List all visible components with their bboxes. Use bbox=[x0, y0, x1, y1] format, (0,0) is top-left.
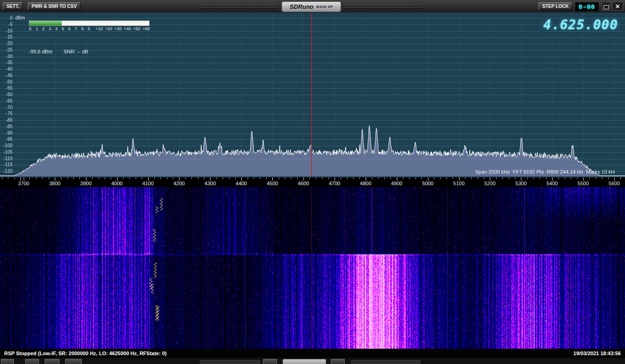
s-meter-scale: S123456789 +10+20+30+40+50+60 bbox=[29, 26, 150, 31]
pwr-snr-csv-button[interactable]: PWR & SNR TO CSV bbox=[28, 2, 80, 10]
s-meter-scale-label: +40 bbox=[124, 26, 131, 31]
frequency-axis: 3700380039004000410042004300440045004600… bbox=[0, 177, 625, 187]
window-fragment-tab bbox=[283, 359, 326, 364]
dbm-tick-label: -115 bbox=[0, 162, 13, 167]
frequency-tick-label: 3800 bbox=[49, 181, 60, 186]
s-meter-scale-label: 7 bbox=[75, 26, 77, 31]
s-meter-plus-labels: +10+20+30+40+50+60 bbox=[96, 26, 150, 31]
s-meter-s-labels: S123456789 bbox=[29, 26, 90, 31]
frequency-tick-label: 4500 bbox=[267, 181, 278, 186]
s-meter-scale-label: S bbox=[29, 26, 32, 31]
frequency-tick-label: 4600 bbox=[298, 181, 309, 186]
dbm-tick-label: -60 bbox=[0, 92, 13, 97]
s-meter-scale-label: 3 bbox=[49, 26, 51, 31]
window-fragment bbox=[1, 359, 14, 364]
s-meter-scale-label: 2 bbox=[42, 26, 45, 31]
frequency-tick-label: 4000 bbox=[111, 181, 122, 186]
window-fragment bbox=[331, 359, 345, 364]
partial-window-strip[interactable] bbox=[0, 358, 625, 364]
dbm-tick-label: -100 bbox=[0, 143, 13, 148]
dbm-tick-label: -90 bbox=[0, 130, 13, 136]
dbm-tick-label: -110 bbox=[0, 156, 13, 161]
dbm-tick-label: -50 bbox=[0, 79, 13, 84]
span-fft-rbw-info: Span 2000 kHz FFT 8192 Pts RBW 244,14 Hz… bbox=[475, 169, 615, 175]
s-meter-scale-label: 1 bbox=[36, 26, 38, 31]
frequency-tick-label: 5100 bbox=[453, 181, 464, 186]
dbm-tick-label: -45 bbox=[0, 73, 13, 78]
power-snr-readout: -99,6 dBm SNR: -- dB bbox=[29, 49, 88, 54]
s-meter-fill bbox=[29, 21, 62, 26]
dbm-tick-label: -20 bbox=[0, 41, 13, 46]
window-fragment-groove bbox=[351, 360, 421, 364]
panel-label-main-sp: MAIN SP bbox=[316, 5, 333, 9]
window-fragment-groove bbox=[200, 360, 260, 364]
dbm-tick-label: -120 bbox=[0, 169, 13, 174]
frequency-tick-label: 4400 bbox=[236, 181, 247, 186]
dbm-tick-label: -30 bbox=[0, 54, 13, 59]
frequency-tick-label: 4200 bbox=[173, 181, 184, 186]
titlebar[interactable]: SETT. PWR & SNR TO CSV SDRuno MAIN SP ST… bbox=[0, 0, 625, 13]
frequency-tick-label: 5300 bbox=[515, 181, 526, 186]
step-lock-button[interactable]: STEP LOCK bbox=[539, 2, 572, 10]
step-size-display[interactable]: 0-00 bbox=[575, 2, 599, 11]
s-meter-scale-label: +10 bbox=[96, 26, 103, 31]
titlebar-logo-tab: SDRuno MAIN SP bbox=[282, 1, 341, 12]
dbm-tick-label: -35 bbox=[0, 60, 13, 65]
dbm-tick-label: -80 bbox=[0, 117, 13, 123]
frequency-tick-label: 4900 bbox=[391, 181, 402, 186]
s-meter-scale-label: +20 bbox=[105, 26, 112, 31]
s-meter-scale-label: +60 bbox=[143, 26, 150, 31]
frequency-tick-label: 3700 bbox=[18, 181, 29, 186]
dbm-tick-label: -75 bbox=[0, 111, 13, 116]
dbm-tick-label: -10 bbox=[0, 28, 13, 33]
dbm-tick-label: -40 bbox=[0, 66, 13, 72]
dbm-tick-label: -15 bbox=[0, 34, 13, 39]
datetime-display: 19/03/2021 18:43:56 bbox=[573, 351, 621, 356]
dbm-unit-label: dBm bbox=[15, 15, 25, 20]
dbm-tick-label: -25 bbox=[0, 47, 13, 52]
frequency-tick-label: 5200 bbox=[484, 181, 495, 186]
frequency-tick-label: 4800 bbox=[360, 181, 371, 186]
s-meter-scale-label: 8 bbox=[81, 26, 84, 31]
window-fragment bbox=[45, 359, 59, 364]
minimize-button[interactable] bbox=[602, 2, 610, 11]
power-readout: -99,6 dBm bbox=[29, 49, 53, 54]
waterfall-display[interactable] bbox=[0, 187, 625, 349]
s-meter-scale-label: +50 bbox=[133, 26, 140, 31]
dbm-tick-label: -5 bbox=[0, 22, 13, 27]
frequency-tick-label: 4300 bbox=[204, 181, 216, 186]
close-icon: ✕ bbox=[615, 3, 620, 10]
spectrum-plot[interactable] bbox=[0, 13, 625, 177]
frequency-tick-label: 5000 bbox=[422, 181, 433, 186]
frequency-tick-label: 5500 bbox=[578, 181, 589, 186]
window-fragment bbox=[65, 359, 82, 364]
s-meter-scale-label: 5 bbox=[62, 26, 64, 31]
window-fragment bbox=[263, 359, 277, 364]
dbm-tick-label: -55 bbox=[0, 85, 13, 91]
s-meter-bar bbox=[29, 20, 150, 26]
frequency-tick-label: 5400 bbox=[546, 181, 558, 186]
titlebar-groove-left bbox=[200, 5, 278, 9]
s-meter-scale-label: 4 bbox=[55, 26, 58, 31]
snr-readout: SNR: -- dB bbox=[64, 49, 88, 54]
dbm-tick-label: -65 bbox=[0, 98, 13, 104]
sett-button[interactable]: SETT. bbox=[3, 2, 23, 10]
frequency-display[interactable]: 4.625.000 bbox=[543, 17, 618, 32]
titlebar-groove-right bbox=[344, 5, 423, 9]
dbm-tick-label: -85 bbox=[0, 124, 13, 129]
s-meter-scale-label: +30 bbox=[114, 26, 121, 31]
window-fragment bbox=[25, 359, 39, 364]
s-meter-scale-label: 9 bbox=[88, 26, 90, 31]
dbm-tick-label: -95 bbox=[0, 136, 13, 142]
frequency-tick-label: 4700 bbox=[329, 181, 340, 186]
dbm-tick-label: -105 bbox=[0, 150, 13, 155]
dbm-tick-label: 0 bbox=[0, 15, 13, 20]
close-button[interactable]: ✕ bbox=[612, 2, 623, 11]
status-text: RSP Stopped (Low-IF, SR: 2000000 Hz, LO:… bbox=[4, 351, 166, 356]
frequency-ticks-major bbox=[0, 177, 625, 181]
frequency-tick-label: 3900 bbox=[80, 181, 92, 186]
status-bar: RSP Stopped (Low-IF, SR: 2000000 Hz, LO:… bbox=[0, 349, 625, 358]
dbm-tick-label: -70 bbox=[0, 105, 13, 110]
s-meter: S123456789 +10+20+30+40+50+60 bbox=[29, 20, 150, 31]
spectrum-panel: 0-5-10-15-20-25-30-35-40-45-50-55-60-65-… bbox=[0, 13, 625, 177]
